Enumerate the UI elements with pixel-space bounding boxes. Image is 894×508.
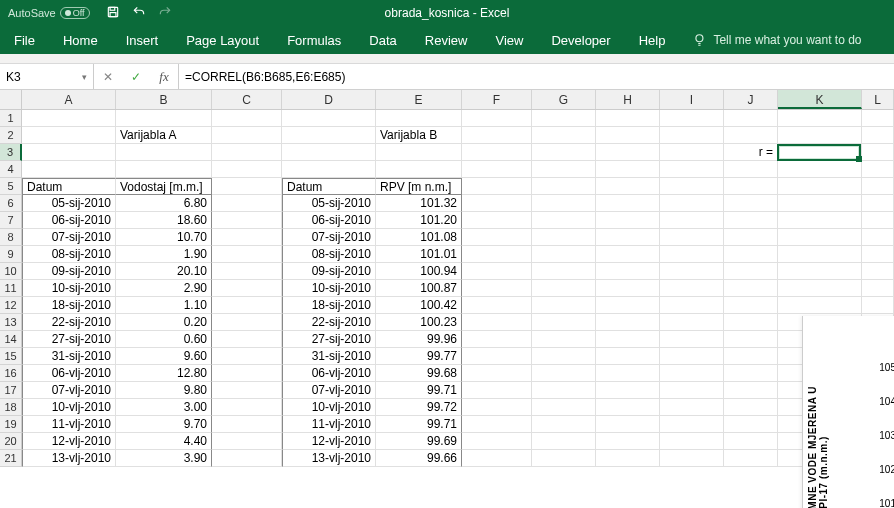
cell[interactable]: 09-sij-2010 <box>22 263 116 280</box>
cell[interactable]: 12-vlj-2010 <box>282 433 376 450</box>
cell[interactable]: 2.90 <box>116 280 212 297</box>
undo-icon[interactable] <box>132 5 146 21</box>
tab-formulas[interactable]: Formulas <box>287 33 341 48</box>
cell[interactable]: 1.90 <box>116 246 212 263</box>
tab-page-layout[interactable]: Page Layout <box>186 33 259 48</box>
cell[interactable]: 101.08 <box>376 229 462 246</box>
cell[interactable]: 06-vlj-2010 <box>282 365 376 382</box>
cell[interactable]: 27-sij-2010 <box>282 331 376 348</box>
cell[interactable]: 13-vlj-2010 <box>282 450 376 467</box>
row-header[interactable]: 10 <box>0 263 22 280</box>
cell[interactable]: 99.72 <box>376 399 462 416</box>
cell-B5[interactable]: Vodostaj [m.m.] <box>116 178 212 195</box>
tab-help[interactable]: Help <box>639 33 666 48</box>
cell-A5[interactable]: Datum <box>22 178 116 195</box>
col-header-A[interactable]: A <box>22 90 116 109</box>
col-header-H[interactable]: H <box>596 90 660 109</box>
cell[interactable]: 10-sij-2010 <box>22 280 116 297</box>
cell[interactable]: 05-sij-2010 <box>22 195 116 212</box>
col-header-G[interactable]: G <box>532 90 596 109</box>
cell[interactable]: 11-vlj-2010 <box>282 416 376 433</box>
cell[interactable]: 99.66 <box>376 450 462 467</box>
cell[interactable]: 07-sij-2010 <box>282 229 376 246</box>
cell[interactable]: 3.00 <box>116 399 212 416</box>
cell[interactable]: 99.68 <box>376 365 462 382</box>
name-box[interactable]: K3 ▾ <box>0 64 94 89</box>
col-header-B[interactable]: B <box>116 90 212 109</box>
cell[interactable]: 99.71 <box>376 416 462 433</box>
tab-review[interactable]: Review <box>425 33 468 48</box>
cell[interactable]: 07-vlj-2010 <box>22 382 116 399</box>
tab-developer[interactable]: Developer <box>551 33 610 48</box>
cell[interactable]: 20.10 <box>116 263 212 280</box>
enter-formula-icon[interactable]: ✓ <box>122 70 150 84</box>
cell[interactable]: 06-sij-2010 <box>282 212 376 229</box>
cell[interactable]: 18-sij-2010 <box>22 297 116 314</box>
cell[interactable]: 27-sij-2010 <box>22 331 116 348</box>
tab-view[interactable]: View <box>495 33 523 48</box>
cell[interactable]: 13-vlj-2010 <box>22 450 116 467</box>
tab-data[interactable]: Data <box>369 33 396 48</box>
cell[interactable]: 0.20 <box>116 314 212 331</box>
col-header-I[interactable]: I <box>660 90 724 109</box>
cell[interactable]: 9.80 <box>116 382 212 399</box>
col-header-D[interactable]: D <box>282 90 376 109</box>
tab-home[interactable]: Home <box>63 33 98 48</box>
row-header[interactable]: 1 <box>0 110 22 127</box>
tell-me-search[interactable]: Tell me what you want to do <box>693 33 861 47</box>
cell[interactable]: 10-sij-2010 <box>282 280 376 297</box>
row-header[interactable]: 19 <box>0 416 22 433</box>
cancel-formula-icon[interactable]: ✕ <box>94 70 122 84</box>
cell[interactable]: 11-vlj-2010 <box>22 416 116 433</box>
row-header[interactable]: 2 <box>0 127 22 144</box>
save-icon[interactable] <box>106 5 120 21</box>
cell[interactable]: 09-sij-2010 <box>282 263 376 280</box>
cell[interactable]: 10-vlj-2010 <box>282 399 376 416</box>
cell[interactable]: 08-sij-2010 <box>22 246 116 263</box>
cell-E2[interactable]: Varijabla B <box>376 127 462 144</box>
row-header[interactable]: 5 <box>0 178 22 195</box>
formula-input[interactable]: =CORREL(B6:B685,E6:E685) <box>179 64 894 89</box>
embedded-chart[interactable]: AZINA PODZEMNE VODE MJERENA U PIEZOMETRU… <box>802 316 894 508</box>
row-header[interactable]: 21 <box>0 450 22 467</box>
cell[interactable]: 9.70 <box>116 416 212 433</box>
cell[interactable]: 99.71 <box>376 382 462 399</box>
cell[interactable]: 06-sij-2010 <box>22 212 116 229</box>
row-header[interactable]: 15 <box>0 348 22 365</box>
cell[interactable]: 07-vlj-2010 <box>282 382 376 399</box>
row-header[interactable]: 11 <box>0 280 22 297</box>
cell[interactable]: 22-sij-2010 <box>22 314 116 331</box>
col-header-L[interactable]: L <box>862 90 894 109</box>
cell[interactable]: 0.60 <box>116 331 212 348</box>
cell-B2[interactable]: Varijabla A <box>116 127 212 144</box>
cell[interactable]: 18.60 <box>116 212 212 229</box>
insert-function-icon[interactable]: fx <box>150 69 178 85</box>
cell-E5[interactable]: RPV [m n.m.] <box>376 178 462 195</box>
row-header[interactable]: 18 <box>0 399 22 416</box>
row-header[interactable]: 13 <box>0 314 22 331</box>
redo-icon[interactable] <box>158 5 172 21</box>
tab-file[interactable]: File <box>14 33 35 48</box>
row-header[interactable]: 17 <box>0 382 22 399</box>
col-header-E[interactable]: E <box>376 90 462 109</box>
row-header[interactable]: 16 <box>0 365 22 382</box>
cell[interactable]: 6.80 <box>116 195 212 212</box>
cell[interactable]: 100.87 <box>376 280 462 297</box>
chevron-down-icon[interactable]: ▾ <box>82 72 87 82</box>
cell[interactable]: 9.60 <box>116 348 212 365</box>
cell[interactable]: 101.20 <box>376 212 462 229</box>
cell[interactable]: 22-sij-2010 <box>282 314 376 331</box>
cell[interactable]: 3.90 <box>116 450 212 467</box>
cell-D5[interactable]: Datum <box>282 178 376 195</box>
row-header[interactable]: 20 <box>0 433 22 450</box>
cell[interactable]: 4.40 <box>116 433 212 450</box>
cell[interactable]: 100.42 <box>376 297 462 314</box>
col-header-J[interactable]: J <box>724 90 778 109</box>
cell[interactable]: 1.10 <box>116 297 212 314</box>
cell[interactable]: 18-sij-2010 <box>282 297 376 314</box>
cell[interactable]: 99.77 <box>376 348 462 365</box>
autosave-toggle[interactable]: AutoSave Off <box>0 7 98 19</box>
cell[interactable]: 31-sij-2010 <box>282 348 376 365</box>
cell[interactable]: 101.32 <box>376 195 462 212</box>
cell[interactable]: 05-sij-2010 <box>282 195 376 212</box>
